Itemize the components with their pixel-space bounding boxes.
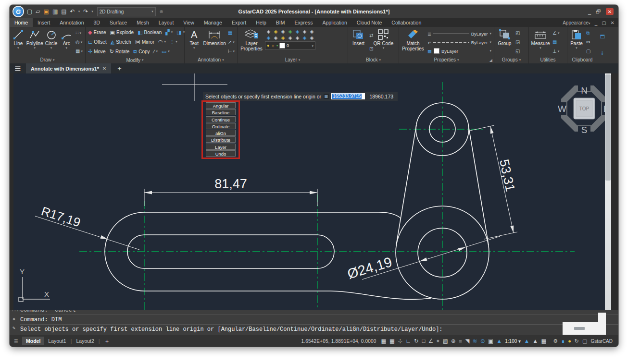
zoom-icon[interactable]: ⊙ <box>480 338 485 344</box>
option-ordinate[interactable]: Ordinate <box>206 123 236 129</box>
stretch-button[interactable]: ◭Stretch <box>111 39 131 45</box>
tab-model[interactable]: Model <box>22 337 44 345</box>
tab-layout2[interactable]: Layout2 <box>72 337 98 345</box>
drag-handle-icon[interactable]: :::: <box>12 309 22 313</box>
match-properties-button[interactable]: Match Properties <box>401 28 426 56</box>
qat-customize-icon[interactable]: ⊜ <box>160 9 163 14</box>
trim-button[interactable]: ∕▾ <box>154 49 158 54</box>
scrollbar-thumb[interactable] <box>605 74 611 181</box>
align-button[interactable]: ◨▾ <box>176 29 185 36</box>
new-file-icon[interactable]: ▢ <box>27 8 32 15</box>
lock-icon[interactable]: ∎ <box>561 338 564 344</box>
tab-mesh[interactable]: Mesh <box>132 18 154 27</box>
panel-label-annotation[interactable]: Annotation▾ <box>185 56 237 63</box>
appearance-dropdown[interactable]: Appearance▾ <box>563 20 590 25</box>
gear-icon[interactable]: ⚙ <box>553 338 558 344</box>
print-icon[interactable]: ▤ <box>61 8 66 15</box>
dim-style-icon[interactable]: ⊢▾ <box>228 49 235 54</box>
ribbon-close-icon[interactable]: ✕ <box>611 20 614 25</box>
table-icon[interactable]: ▦ <box>228 30 235 36</box>
tab-bim[interactable]: BIM <box>271 18 290 27</box>
add-layout-button[interactable]: ＋ <box>100 337 114 345</box>
properties-toggle-icon[interactable]: ▣ <box>488 338 493 344</box>
vertical-scrollbar[interactable] <box>605 73 611 310</box>
dimension-button[interactable]: Dimension <box>203 28 226 56</box>
tab-surface[interactable]: Surface <box>105 18 132 27</box>
layer-tool-icon[interactable]: ◈ <box>279 28 287 35</box>
tab-export[interactable]: Export <box>227 18 251 27</box>
leader-icon[interactable]: ↗▾ <box>228 39 235 45</box>
arc-button[interactable]: Arc▾ <box>59 28 74 56</box>
layer-tool-icon[interactable]: ◈ <box>294 35 301 41</box>
transparency-icon[interactable]: ◥ <box>465 338 469 344</box>
command-hscrollbar[interactable] <box>563 322 598 335</box>
qr-code-button[interactable]: QR Code▾ <box>375 28 391 56</box>
copy-base-icon[interactable]: ▢ <box>586 49 590 54</box>
coordinate-x-input[interactable]: 165333.9715 <box>331 93 365 99</box>
layer-tool-icon[interactable]: ◈ <box>287 35 294 41</box>
layer-tool-icon[interactable]: ◈ <box>308 28 315 35</box>
option-distribute[interactable]: Distribute <box>206 136 236 143</box>
tab-express[interactable]: Express <box>290 18 318 27</box>
annotation-scale-dropdown[interactable]: 1:100 ▾ <box>505 339 521 344</box>
copy-button[interactable]: ⧉Copy <box>133 49 150 55</box>
tab-help[interactable]: Help <box>251 18 271 27</box>
circle-button[interactable]: Circle▾ <box>44 28 59 56</box>
option-undo[interactable]: Undo <box>206 150 236 157</box>
close-command-icon[interactable]: ✕ <box>13 316 15 322</box>
group-edit-icon[interactable]: ◲ <box>515 39 520 45</box>
tab-insert[interactable]: Insert <box>33 18 55 27</box>
isolate-tool-icon[interactable]: ⇣ <box>600 50 605 56</box>
mirror-button[interactable]: ⋈Mirror <box>135 39 154 45</box>
erase-button[interactable]: ◆Erase <box>88 29 106 36</box>
close-tab-icon[interactable]: ✕ <box>102 66 106 71</box>
ungroup-icon[interactable]: ◰ <box>515 30 520 36</box>
redo-caret-icon[interactable]: ▾ <box>91 10 93 13</box>
layer-properties-button[interactable]: Layer Properties <box>239 28 264 56</box>
tab-3d[interactable]: 3D <box>89 18 105 27</box>
panel-label-utilities[interactable]: Utilities <box>529 56 567 63</box>
panel-label-clipboard[interactable]: Clipboard <box>567 56 597 63</box>
viewcube[interactable]: N W E S TOP <box>558 83 605 135</box>
tab-layout1[interactable]: Layout1 <box>44 337 70 345</box>
tab-cloud-note[interactable]: Cloud Note <box>352 18 387 27</box>
undo-caret-icon[interactable]: ▾ <box>78 10 80 13</box>
array-button[interactable]: ▞▾ <box>165 29 173 36</box>
ellipse-tool-icon[interactable]: ◎▾ <box>75 39 83 45</box>
command-prompt-line[interactable]: Select objects or specify first extensio… <box>20 324 618 334</box>
layer-tool-icon[interactable]: ◈ <box>265 35 272 41</box>
minimize-button[interactable]: ‗ <box>588 9 591 14</box>
layer-tool-icon[interactable]: ◈ <box>294 28 301 35</box>
annotation-add-icon[interactable]: ▲ <box>533 338 538 344</box>
explode-button[interactable]: ▣Explode <box>110 29 134 36</box>
hatch-toggle-icon[interactable]: ▨ <box>443 338 448 344</box>
layer-tool-icon[interactable]: ◈ <box>308 35 315 41</box>
color-dropdown[interactable]: ▩ ByLayer ▾ <box>427 48 491 55</box>
object-snap-icon[interactable]: □ <box>422 338 425 344</box>
option-align[interactable]: aliGn <box>206 130 236 136</box>
drawing-canvas[interactable]: 81,47 R17,19 Ø24,19 53,31 Y <box>13 73 605 310</box>
copy-clip-icon[interactable]: ⧉ <box>586 30 590 36</box>
line-button[interactable]: Line▾ <box>11 28 25 56</box>
tab-application[interactable]: Application <box>317 18 351 27</box>
tab-annotation[interactable]: Annotation <box>55 18 88 27</box>
break-button[interactable]: ⊹▾ <box>170 39 177 45</box>
command-vscrollbar[interactable] <box>598 313 606 335</box>
snap-icon[interactable]: ▦ <box>389 338 395 344</box>
layer-tool-icon[interactable]: ◈ <box>279 35 287 41</box>
tab-collaboration[interactable]: Collaboration <box>387 18 426 27</box>
tab-manage[interactable]: Manage <box>199 18 227 27</box>
layer-dropdown[interactable]: ● ☼ ▪ 0 ▾ <box>265 41 315 50</box>
status-menu-icon[interactable]: ≡ <box>10 337 22 345</box>
redo-icon[interactable]: ↷ <box>83 8 88 15</box>
lineweight-dropdown[interactable]: ≣ ByLayer ▾ <box>427 30 491 37</box>
option-layer[interactable]: Layer <box>206 144 236 150</box>
angle-snap-icon[interactable]: ∠ <box>428 338 433 344</box>
document-tab[interactable]: Annotate with Dimensions1* ✕ <box>26 63 111 73</box>
group-select-icon[interactable]: ◱ <box>515 49 520 54</box>
panel-label-properties[interactable]: Properties▾◢ <box>399 56 494 63</box>
text-button[interactable]: A Text▾ <box>186 28 202 56</box>
angle-tool-icon[interactable]: ∠▾ <box>552 30 559 36</box>
menu-icon[interactable]: ☰ <box>10 64 26 73</box>
annotation-visibility-icon[interactable]: ▲ <box>496 338 502 344</box>
